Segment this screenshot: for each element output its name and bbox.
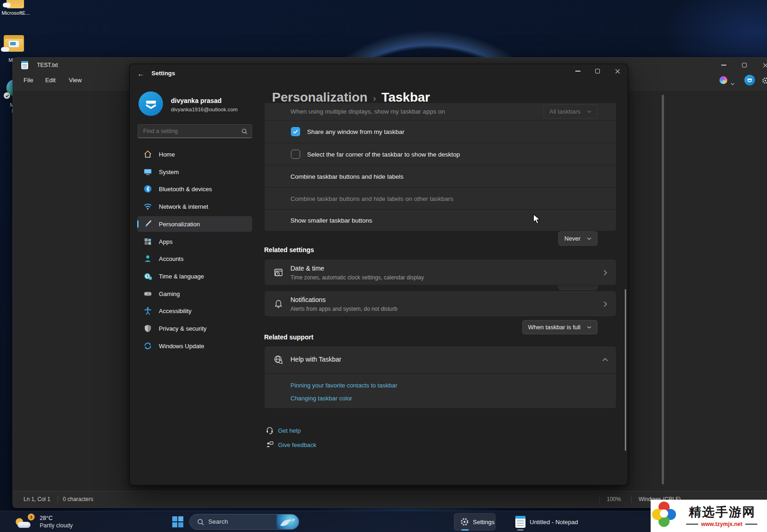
related-support-header: Related support: [264, 333, 314, 341]
sidebar-item-bluetooth-devices[interactable]: Bluetooth & devices: [137, 181, 252, 197]
watermark-site-url: www.tzymjx.net: [701, 521, 743, 527]
chevron-up-icon: [602, 358, 608, 362]
profile-email: divyanka1916@outlook.com: [171, 107, 238, 112]
account-avatar[interactable]: [139, 91, 163, 116]
desktop-icon-label[interactable]: MicrosoftE...: [0, 10, 35, 16]
combine-buttons-dropdown[interactable]: Never: [558, 231, 598, 246]
sidebar-item-time-language[interactable]: Time & language: [137, 268, 252, 284]
weather-widget[interactable]: 3 28°C Partly cloudy: [14, 511, 73, 532]
sidebar-item-apps[interactable]: Apps: [137, 234, 252, 249]
accessibility-icon: [143, 306, 152, 315]
card-title: Date & time: [290, 265, 324, 272]
sidebar-item-accessibility[interactable]: Accessibility: [137, 303, 252, 319]
cloud-icon: [18, 522, 30, 528]
back-button[interactable]: ←: [133, 67, 149, 80]
notepad-menu-view[interactable]: View: [65, 75, 85, 85]
personalization-brush-icon: [143, 219, 152, 229]
sidebar-item-home[interactable]: Home: [137, 146, 252, 162]
setting-row-far-corner: Select the far corner of the taskbar to …: [265, 143, 616, 165]
notepad-tab-title[interactable]: TEST.txt: [37, 62, 58, 68]
sidebar-item-windows-update[interactable]: Windows Update: [137, 338, 252, 354]
smaller-buttons-dropdown[interactable]: When taskbar is full: [522, 320, 598, 334]
sidebar-item-system[interactable]: System: [137, 164, 252, 180]
card-title: Notifications: [290, 296, 326, 303]
notepad-file-icon: [21, 61, 28, 69]
windows-update-icon: [143, 341, 152, 351]
notepad-settings-gear-icon[interactable]: [761, 77, 767, 86]
date-time-card[interactable]: Date & time Time zones, automatic clock …: [264, 259, 616, 285]
taskbar-search-box[interactable]: Search: [189, 514, 299, 530]
settings-taskbar-button[interactable]: Settings: [454, 513, 495, 531]
search-icon: [242, 128, 248, 134]
notepad-icon: [515, 516, 525, 528]
notepad-button-label: Untitled - Notepad: [530, 519, 578, 526]
privacy-shield-icon: [143, 324, 152, 333]
notepad-close-button[interactable]: [755, 58, 767, 72]
search-box[interactable]: [138, 124, 252, 138]
start-button[interactable]: [171, 515, 184, 528]
weather-alert-badge: 3: [28, 514, 35, 520]
sync-check-badge-icon: [4, 92, 10, 99]
chevron-down-icon[interactable]: [731, 79, 735, 87]
help-with-taskbar-card: Help with Taskbar Pinning your favorite …: [264, 346, 616, 409]
sidebar-item-accounts[interactable]: Accounts: [137, 251, 252, 266]
multiple-displays-dropdown[interactable]: All taskbars: [544, 104, 598, 119]
check-icon: [293, 129, 298, 134]
settings-maximize-button[interactable]: [587, 64, 608, 78]
profile-name[interactable]: divyanka prasad: [171, 97, 222, 104]
home-icon: [143, 150, 152, 159]
get-help-link[interactable]: Get help: [278, 427, 301, 434]
give-feedback-link[interactable]: Give feedback: [278, 441, 316, 448]
sidebar-item-gaming[interactable]: Gaming: [137, 286, 252, 302]
sidebar-item-personalization[interactable]: Personalization: [137, 216, 252, 232]
copilot-icon[interactable]: [719, 76, 727, 84]
search-label: Search: [208, 518, 228, 525]
bluetooth-icon: [143, 184, 152, 193]
chevron-down-icon: [587, 326, 592, 329]
weather-condition: Partly cloudy: [40, 522, 73, 529]
card-subtitle: Alerts from apps and system, do not dist…: [290, 306, 397, 312]
watermark-rule-left: [686, 524, 698, 525]
zoom-level-status[interactable]: 100%: [607, 496, 621, 502]
search-input[interactable]: [138, 125, 239, 138]
far-corner-checkbox[interactable]: [291, 150, 300, 159]
get-help-headset-icon: [266, 426, 274, 435]
account-avatar[interactable]: [744, 75, 755, 85]
search-icon: [197, 519, 204, 526]
notepad-menu-file[interactable]: File: [20, 75, 37, 85]
watermark-site-name: 精选手游网: [680, 504, 764, 520]
breadcrumb-separator-icon: ›: [373, 92, 376, 103]
settings-minimize-button[interactable]: [568, 64, 588, 78]
notepad-scrollbar[interactable]: [662, 95, 664, 484]
notepad-maximize-button[interactable]: [734, 58, 755, 72]
weather-temperature: 28°C: [40, 515, 73, 521]
mouse-cursor: [532, 214, 541, 224]
settings-gear-icon: [460, 517, 469, 526]
cursor-position-status: Ln 1, Col 1: [24, 496, 50, 502]
settings-scrollbar[interactable]: [625, 289, 626, 451]
sidebar-item-network-internet[interactable]: Network & internet: [137, 199, 252, 214]
help-card-toggle[interactable]: Help with Taskbar: [265, 346, 616, 373]
setting-row-multiple-displays: When using multiple displays, show my ta…: [265, 103, 616, 120]
sidebar-item-privacy-security[interactable]: Privacy & security: [137, 320, 252, 336]
settings-window: ← Settings divyanka prasad divyanka1916@…: [129, 64, 628, 485]
help-link-taskbar-color[interactable]: Changing taskbar color: [290, 395, 352, 402]
notepad-menu-edit[interactable]: Edit: [42, 75, 59, 85]
help-link-pinning-contacts[interactable]: Pinning your favorite contacts to taskba…: [290, 382, 397, 389]
desktop-screen: MicrosoftE... Micro Micr Ed TEST.txt: [0, 0, 767, 532]
notepad-open-indicator: [517, 529, 524, 531]
settings-close-button[interactable]: [607, 64, 628, 78]
gaming-controller-icon: [143, 289, 152, 298]
notepad-minimize-button[interactable]: [713, 58, 734, 72]
site-watermark: 精选手游网 www.tzymjx.net: [651, 500, 767, 532]
give-feedback-icon: [266, 441, 274, 449]
share-window-checkbox[interactable]: [291, 127, 300, 136]
settings-active-indicator: [461, 529, 469, 531]
onedrive-cloud-icon: [1, 47, 9, 52]
taskbar-behaviors-card: When using multiple displays, show my ta…: [264, 103, 616, 231]
notepad-taskbar-button[interactable]: Untitled - Notepad: [512, 513, 582, 531]
windows-logo-icon: [172, 516, 183, 527]
accounts-person-icon: [143, 254, 152, 263]
notifications-card[interactable]: Notifications Alerts from apps and syste…: [264, 290, 616, 317]
apps-icon: [143, 237, 152, 246]
